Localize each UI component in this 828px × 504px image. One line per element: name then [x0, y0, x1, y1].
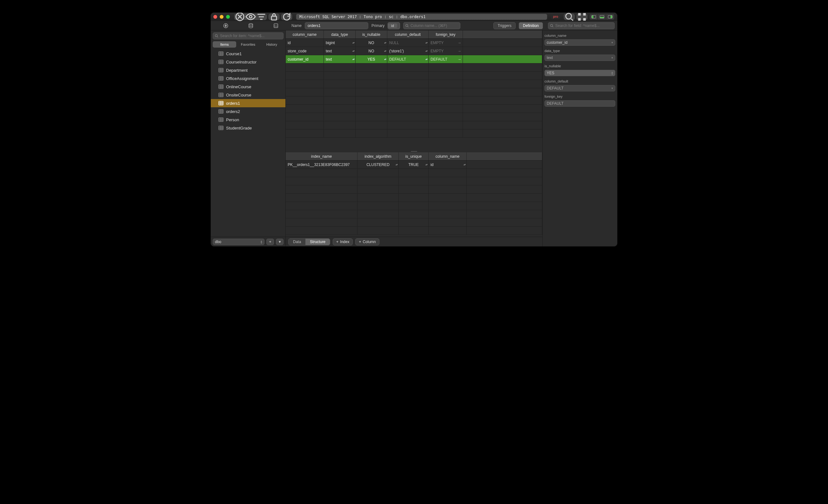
add-index-button[interactable]: + Index — [333, 238, 353, 245]
add-table-button[interactable]: + — [266, 239, 274, 245]
sidebar-table-onlinecourse[interactable]: OnlineCourse — [211, 83, 285, 91]
insp-column-name-value: customer_id — [547, 40, 567, 45]
primary-label: Primary — [371, 24, 384, 28]
view-data-button[interactable]: Data — [289, 239, 305, 245]
stepper-icon[interactable]: ▴▾ — [425, 163, 427, 166]
insp-column-name-field[interactable]: customer_id ▾ — [544, 39, 615, 46]
bolt-icon[interactable] — [222, 22, 229, 29]
sidebar-table-person[interactable]: Person — [211, 116, 285, 124]
sidebar-table-orders1[interactable]: orders1 — [211, 99, 285, 107]
empty-row — [286, 80, 542, 88]
table-menu-button[interactable]: ▾ — [276, 239, 284, 245]
table-list: Course1CourseInstructorDepartmentOfficeA… — [211, 49, 285, 237]
stepper-icon[interactable]: ▴▾ — [353, 58, 354, 60]
plus-icon: + — [336, 240, 338, 244]
sql-icon[interactable]: SQL — [273, 22, 279, 29]
refresh-button[interactable] — [281, 14, 292, 20]
breadcrumb[interactable]: Microsoft SQL Server 2017 : Tono pro : s… — [296, 14, 547, 20]
tab-history[interactable]: History — [260, 41, 284, 48]
empty-row — [286, 218, 542, 226]
sidebar-table-course1[interactable]: Course1 — [211, 49, 285, 58]
add-column-button[interactable]: + Column — [355, 238, 379, 245]
sidebar-table-courseinstructor[interactable]: CourseInstructor — [211, 58, 285, 66]
idx-header-unique[interactable]: is_unique — [399, 152, 428, 160]
close-window-button[interactable] — [213, 15, 217, 19]
stepper-icon[interactable]: ▴▾ — [384, 49, 386, 52]
svg-point-1 — [249, 15, 252, 18]
triggers-button[interactable]: Triggers — [493, 22, 515, 29]
minimize-window-button[interactable] — [220, 15, 223, 19]
chevron-down-icon: ▾ — [612, 87, 613, 90]
col-header-fk[interactable]: foreign_key — [428, 31, 463, 38]
lock-button[interactable] — [268, 14, 279, 20]
cell-index-name: PK__orders1__3213E83F06BC2397 — [288, 163, 349, 167]
arrow-right-icon[interactable]: → — [457, 49, 461, 53]
stepper-icon[interactable]: ▴▾ — [353, 41, 354, 44]
table-name: OnsiteCourse — [226, 93, 251, 97]
svg-point-13 — [550, 24, 553, 26]
stepper-icon[interactable]: ▴▾ — [425, 58, 427, 60]
col-header-type[interactable]: data_type — [324, 31, 356, 38]
insp-foreign-key-field[interactable]: DEFAULT — [544, 100, 615, 107]
layout-left-panel[interactable] — [589, 14, 598, 20]
empty-row — [286, 129, 542, 138]
inspector: column_name customer_id ▾ data_type text… — [542, 31, 617, 246]
indexes-grid: PK__orders1__3213E83F06BC2397CLUSTERED▴▾… — [286, 161, 542, 237]
sidebar-table-studentgrade[interactable]: StudentGrade — [211, 124, 285, 132]
grid-button[interactable] — [577, 14, 587, 20]
column-search-wrap — [403, 22, 460, 29]
stepper-icon[interactable]: ▴▾ — [353, 49, 354, 52]
insp-is-nullable-value: YES — [547, 71, 554, 75]
definition-button[interactable]: Definition — [519, 22, 543, 29]
insp-column-default-field[interactable]: DEFAULT ▾ — [544, 85, 615, 91]
view-structure-button[interactable]: Structure — [305, 239, 330, 245]
insp-is-nullable-select[interactable]: YES ▴▾ — [544, 70, 615, 76]
table-name: CourseInstructor — [226, 60, 256, 65]
name-input[interactable] — [305, 22, 368, 29]
table-name: Course1 — [226, 51, 242, 56]
disconnect-button[interactable] — [234, 14, 245, 20]
idx-header-name[interactable]: index_name — [286, 152, 358, 160]
insp-data-type-field[interactable]: text ▾ — [544, 54, 615, 61]
sidebar-table-department[interactable]: Department — [211, 66, 285, 74]
tab-items[interactable]: Items — [213, 41, 236, 48]
cell-fk: EMPTY — [430, 41, 444, 45]
zoom-window-button[interactable] — [226, 15, 230, 19]
stepper-icon[interactable]: ▴▾ — [425, 49, 427, 52]
filter-button[interactable] — [256, 14, 267, 20]
layout-bottom-panel[interactable] — [598, 14, 606, 20]
column-row[interactable]: customer_idtext▴▾YES▴▾DEFAULT▴▾DEFAULT→ — [286, 55, 542, 64]
column-search-input[interactable] — [403, 22, 460, 29]
search-button[interactable] — [564, 14, 575, 20]
col-header-null[interactable]: is_nullable — [356, 31, 387, 38]
schema-select[interactable]: dbo ▴▾ — [213, 239, 264, 245]
sidebar-table-onsitecourse[interactable]: OnsiteCourse — [211, 91, 285, 99]
col-header-name[interactable]: column_name — [286, 31, 324, 38]
column-row[interactable]: idbigint▴▾NO▴▾NULL▴▾EMPTY→ — [286, 39, 542, 47]
layout-toggle — [589, 14, 615, 20]
primary-key-chip[interactable]: id — [388, 22, 400, 29]
col-header-default[interactable]: column_default — [387, 31, 428, 38]
sidebar-search-input[interactable] — [213, 32, 284, 39]
indexes-header: index_name index_algorithm is_unique col… — [286, 152, 542, 161]
field-search-input[interactable] — [548, 22, 615, 29]
idx-header-col[interactable]: column_name — [428, 152, 467, 160]
stepper-icon[interactable]: ▴▾ — [425, 41, 427, 44]
stepper-icon[interactable]: ▴▾ — [396, 163, 398, 166]
column-row[interactable]: store_codetext▴▾NO▴▾('store1')▴▾EMPTY→ — [286, 47, 542, 55]
database-icon[interactable] — [247, 22, 254, 29]
stepper-icon[interactable]: ▴▾ — [384, 41, 386, 44]
idx-header-algo[interactable]: index_algorithm — [358, 152, 399, 160]
preview-button[interactable] — [245, 14, 256, 20]
empty-row — [286, 96, 542, 105]
sidebar-table-officeassignment[interactable]: OfficeAssignment — [211, 74, 285, 83]
sidebar-table-orders2[interactable]: orders2 — [211, 107, 285, 116]
layout-right-panel[interactable] — [606, 14, 614, 20]
index-row[interactable]: PK__orders1__3213E83F06BC2397CLUSTERED▴▾… — [286, 161, 542, 169]
stepper-icon[interactable]: ▴▾ — [463, 163, 465, 166]
tab-favorites[interactable]: Favorites — [236, 41, 260, 48]
arrow-right-icon[interactable]: → — [457, 57, 461, 61]
stepper-icon[interactable]: ▴▾ — [384, 58, 386, 60]
arrow-right-icon[interactable]: → — [457, 41, 461, 45]
insp-column-default-value: DEFAULT — [547, 86, 564, 90]
